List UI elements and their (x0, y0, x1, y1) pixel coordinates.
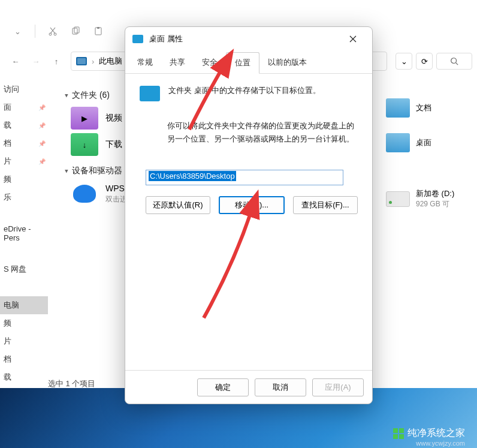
move-button[interactable]: 移动(M)... (219, 196, 285, 214)
paste-icon[interactable] (93, 26, 104, 37)
restore-default-button[interactable]: 还原默认值(R) (146, 196, 210, 214)
sidebar-item-documents2[interactable]: 档 (0, 350, 48, 368)
sidebar-item-onedrive[interactable]: eDrive - Pers (0, 224, 48, 242)
close-button[interactable] (341, 29, 365, 49)
sidebar-item-downloads2[interactable]: 载 (0, 368, 48, 386)
desktop-folder-icon (140, 86, 160, 101)
chevron-down-icon[interactable]: ⌄ (12, 26, 23, 37)
dropdown-button[interactable]: ⌄ (396, 53, 412, 70)
sidebar-item-downloads[interactable]: 载 (0, 116, 48, 134)
tab-location[interactable]: 位置 (226, 52, 259, 74)
copy-icon[interactable] (70, 26, 81, 37)
nav-up-icon[interactable]: ↑ (48, 53, 65, 70)
nav-back-icon[interactable]: ← (7, 53, 24, 70)
sidebar: 访问 面 载 档 片 频 乐 eDrive - Pers S 网盘 电脑 频 片… (0, 80, 48, 412)
dialog-title: 桌面 属性 (149, 34, 341, 44)
svg-rect-5 (97, 27, 99, 29)
svg-point-6 (451, 58, 457, 64)
chevron-down-icon: ▸ (63, 169, 71, 173)
ok-button[interactable]: 确定 (197, 378, 249, 396)
tab-security[interactable]: 安全 (194, 52, 226, 73)
search-button[interactable] (436, 53, 472, 70)
body-text: 你可以将此文件夹中文件存储的位置更改为此硬盘上的另一个位置、另一个驱动器或网络上… (167, 119, 358, 146)
sidebar-item-music[interactable]: 乐 (0, 188, 48, 206)
right-folder-list: 文档 桌面 新加卷 (D:) 929 GB 可 (386, 98, 470, 225)
sidebar-item-wps[interactable]: S 网盘 (0, 260, 48, 278)
folder-icon (386, 133, 410, 152)
this-pc-icon (76, 57, 87, 65)
sidebar-item-pictures[interactable]: 片 (0, 152, 48, 170)
dialog-body: 文件夹 桌面 中的文件存储于以下目标位置。 你可以将此文件夹中文件存储的位置更改… (125, 74, 372, 370)
sidebar-item-videos[interactable]: 频 (0, 170, 48, 188)
sidebar-item-videos2[interactable]: 频 (0, 314, 48, 332)
sidebar-spacer (0, 278, 48, 296)
tab-previous-versions[interactable]: 以前的版本 (259, 52, 315, 73)
sidebar-item-documents[interactable]: 档 (0, 134, 48, 152)
folder-documents[interactable]: 文档 (386, 98, 470, 118)
sidebar-spacer (0, 206, 48, 224)
find-target-button[interactable]: 查找目标(F)... (293, 196, 358, 214)
refresh-button[interactable]: ⟳ (416, 53, 433, 70)
folder-icon (386, 98, 410, 118)
sidebar-spacer (0, 242, 48, 260)
dialog-footer: 确定 取消 应用(A) (125, 370, 372, 404)
drive-icon (386, 191, 410, 207)
drive-d[interactable]: 新加卷 (D:) 929 GB 可 (386, 188, 470, 209)
desktop-folder-icon (132, 35, 143, 43)
dialog-tabs: 常规 共享 安全 位置 以前的版本 (125, 52, 372, 74)
sidebar-item-quick-access[interactable]: 访问 (0, 80, 48, 98)
sidebar-item-pictures2[interactable]: 片 (0, 332, 48, 350)
toolbar-separator (35, 25, 35, 38)
nav-forward-icon: → (28, 53, 44, 70)
watermark-logo-icon (393, 428, 404, 439)
folder-desktop[interactable]: 桌面 (386, 133, 470, 152)
folder-icon: ▶ (71, 107, 98, 130)
breadcrumb-label[interactable]: 此电脑 (99, 56, 122, 67)
apply-button[interactable]: 应用(A) (312, 378, 364, 396)
cloud-icon (71, 182, 98, 205)
dialog-titlebar[interactable]: 桌面 属性 (125, 27, 372, 51)
folder-icon: ↓ (71, 133, 98, 156)
cancel-button[interactable]: 取消 (255, 378, 306, 396)
tab-sharing[interactable]: 共享 (161, 52, 194, 73)
chevron-down-icon: ▸ (63, 94, 71, 97)
info-text: 文件夹 桌面 中的文件存储于以下目标位置。 (168, 85, 321, 97)
watermark: 纯净系统之家 (393, 427, 465, 440)
sidebar-item-this-pc[interactable]: 电脑 (0, 296, 48, 314)
watermark-url: www.ycwjzy.com (416, 440, 465, 447)
cut-icon[interactable] (47, 26, 58, 37)
path-input[interactable]: C:\Users\83859\Desktop (146, 170, 343, 185)
tab-general[interactable]: 常规 (129, 52, 161, 73)
sidebar-item-desktop[interactable]: 面 (0, 98, 48, 116)
properties-dialog: 桌面 属性 常规 共享 安全 位置 以前的版本 文件夹 桌面 中的文件存储于以下… (125, 26, 373, 404)
